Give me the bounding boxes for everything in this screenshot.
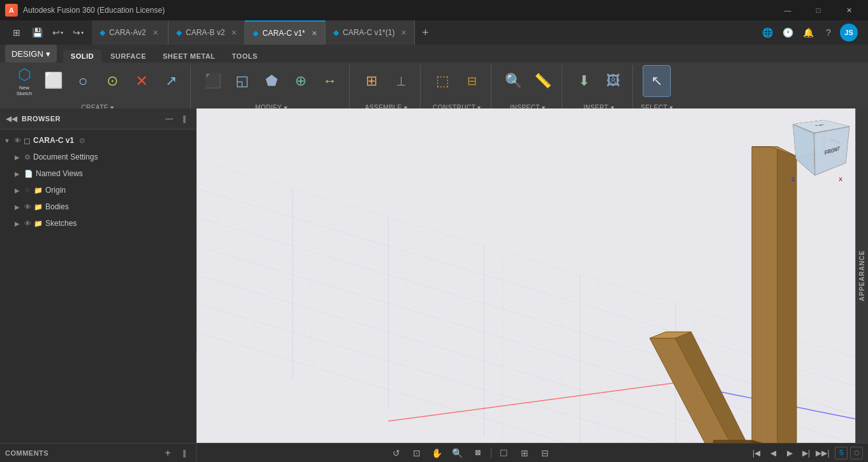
- close-button[interactable]: ✕: [835, 0, 863, 20]
- timeline-play-button[interactable]: ▶: [782, 446, 797, 460]
- tree-expander-named-views[interactable]: ▶: [13, 169, 22, 178]
- tree-expander-bodies[interactable]: ▶: [13, 202, 22, 211]
- appearance-label: APPEARANCE: [858, 250, 865, 301]
- browser-collapse-right-button[interactable]: ‖: [178, 112, 191, 125]
- create-sketch-button[interactable]: ⬡ New Sketch: [10, 65, 38, 97]
- undo-button[interactable]: ↩▾: [49, 24, 66, 41]
- tree-eye-origin[interactable]: 👁: [24, 186, 31, 194]
- fillet-button[interactable]: ◱: [228, 65, 256, 97]
- tab-cara-av2[interactable]: ◆ CARA-Av2 ✕: [92, 20, 168, 45]
- viewcube[interactable]: TOP FRONT RIGHT Z X: [791, 119, 849, 176]
- add-comment-button[interactable]: +: [161, 447, 174, 459]
- user-avatar[interactable]: JS: [840, 24, 858, 41]
- ribbon-tab-surface[interactable]: SURFACE: [103, 50, 154, 63]
- help-icon[interactable]: ?: [819, 24, 837, 41]
- offset-plane-button[interactable]: ⬚: [428, 65, 456, 97]
- select-group: ↖ SELECT ▾: [636, 65, 678, 111]
- extrude-button[interactable]: ⬜: [40, 65, 68, 97]
- online-status-icon[interactable]: 🌐: [758, 24, 776, 41]
- new-tab-button[interactable]: +: [415, 20, 435, 45]
- ribbon-tab-solid[interactable]: SOLID: [63, 50, 101, 63]
- tree-gear-doc-settings[interactable]: ⚙: [24, 153, 31, 161]
- viewcube-left[interactable]: [793, 124, 815, 175]
- ribbon-tab-sheet-metal[interactable]: SHEET METAL: [155, 50, 223, 63]
- select-button[interactable]: ↖: [643, 65, 671, 97]
- notification-icon[interactable]: 🔔: [799, 24, 817, 41]
- viewport-bottom-tools: ↺ ⊡ ✋ 🔍 ⊠ ☐ ⊞ ⊟: [197, 445, 744, 461]
- toolbar-top: ⊞ 💾 ↩▾ ↪▾ ◆ CARA-Av2 ✕ ◆ CARA-B v2 ✕ ◆ C…: [0, 20, 868, 45]
- tab-icon: ◆: [176, 28, 182, 37]
- chamfer-button[interactable]: ⬟: [257, 65, 285, 97]
- hole-button[interactable]: ⊙: [98, 65, 126, 97]
- create-group: ⬡ New Sketch ⬜ ○ ⊙ ✕ ↗: [5, 65, 191, 111]
- scale-button[interactable]: ↔: [316, 65, 344, 97]
- tree-eye-sketches[interactable]: 👁: [24, 220, 31, 227]
- design-workspace-button[interactable]: DESIGN ▾: [5, 45, 57, 63]
- job-status-icon[interactable]: 🕐: [779, 24, 797, 41]
- hole-icon: ⊙: [107, 73, 118, 89]
- timeline-end-button[interactable]: ▶▶|: [816, 446, 830, 460]
- grid-toggle-button[interactable]: ⊞: [516, 445, 534, 461]
- tree-item-root[interactable]: ▼ 👁 ◻ CARA-C v1 ⊙: [0, 132, 196, 149]
- tab-cara-bv2[interactable]: ◆ CARA-B v2 ✕: [168, 20, 245, 45]
- viewcube-front[interactable]: FRONT: [814, 126, 849, 175]
- assemble-group: ⊞ ⟂ ASSEMBLE ▾: [352, 65, 421, 111]
- press-pull-button[interactable]: ⬛: [198, 65, 227, 97]
- inspect-button[interactable]: 🔍: [499, 65, 527, 97]
- delete-button[interactable]: ✕: [128, 65, 156, 97]
- tab-cara-cv1-1[interactable]: ◆ CARA-C v1*(1) ✕: [326, 20, 415, 45]
- tab-icon: ◆: [253, 29, 258, 38]
- tree-expander-origin[interactable]: ▶: [13, 186, 22, 195]
- ribbon-tab-tools[interactable]: TOOLS: [224, 50, 265, 63]
- tree-expander-sketches[interactable]: ▶: [13, 219, 22, 228]
- timeline-start-button[interactable]: |◀: [749, 446, 763, 460]
- orbit-tool-button[interactable]: ↺: [387, 445, 405, 461]
- measure-button[interactable]: 📏: [528, 65, 557, 97]
- body-marker-icon: ⬡: [854, 449, 860, 456]
- tree-eye-bodies[interactable]: 👁: [24, 203, 31, 211]
- tab-close-icon[interactable]: ✕: [311, 29, 317, 38]
- visual-style-button[interactable]: ⊟: [536, 445, 554, 461]
- comments-collapse-button[interactable]: ‖: [178, 447, 191, 459]
- zoom-in-button[interactable]: 🔍: [449, 445, 467, 461]
- save-button[interactable]: 💾: [28, 24, 46, 41]
- display-settings-button[interactable]: ☐: [495, 445, 513, 461]
- construct-more-button[interactable]: ⊟: [458, 65, 486, 97]
- tab-close-icon[interactable]: ✕: [231, 29, 237, 37]
- zoom-fit-button[interactable]: ⊠: [469, 445, 487, 461]
- tree-item-named-views[interactable]: ▶ 📄 Named Views: [0, 165, 196, 182]
- create-more-button[interactable]: ↗: [157, 65, 185, 97]
- timeline-next-button[interactable]: ▶|: [799, 446, 813, 460]
- timeline-prev-button[interactable]: ◀: [766, 446, 780, 460]
- tree-item-bodies[interactable]: ▶ 👁 📁 Bodies: [0, 198, 196, 215]
- redo-button[interactable]: ↪▾: [69, 24, 87, 41]
- canvas-button[interactable]: 🖼: [599, 65, 627, 97]
- maximize-button[interactable]: □: [804, 0, 832, 20]
- tree-item-origin[interactable]: ▶ 👁 📁 Origin: [0, 182, 196, 198]
- tree-settings-root[interactable]: ⊙: [79, 137, 85, 145]
- combine-button[interactable]: ⊕: [287, 65, 315, 97]
- minimize-button[interactable]: —: [774, 0, 802, 20]
- joint-button[interactable]: ⟂: [387, 65, 415, 97]
- grid-menu-button[interactable]: ⊞: [8, 24, 26, 41]
- pan-tool-button[interactable]: ✋: [428, 445, 446, 461]
- inspect-group: 🔍 📏 INSPECT ▾: [494, 65, 562, 111]
- tree-item-sketches[interactable]: ▶ 👁 📁 Sketches: [0, 215, 196, 232]
- appearance-panel[interactable]: APPEARANCE: [855, 108, 868, 443]
- browser-minimize-button[interactable]: —: [163, 112, 176, 125]
- tab-close-icon[interactable]: ✕: [401, 29, 407, 37]
- tree-expander-doc-settings[interactable]: ▶: [13, 153, 22, 161]
- viewport[interactable]: TOP FRONT RIGHT Z X: [197, 108, 868, 443]
- browser-collapse-button[interactable]: ◀◀: [5, 112, 18, 125]
- insert-button[interactable]: ⬇: [570, 65, 598, 97]
- assemble-button[interactable]: ⊞: [357, 65, 385, 97]
- revolve-button[interactable]: ○: [69, 65, 97, 97]
- tree-expander-root[interactable]: ▼: [3, 136, 11, 145]
- insert-group: ⬇ 🖼 INSERT ▾: [565, 65, 633, 111]
- quick-access-toolbar: ⊞ 💾 ↩▾ ↪▾: [5, 24, 89, 41]
- tab-cara-cv1[interactable]: ◆ CARA-C v1* ✕: [245, 20, 326, 45]
- tree-eye-root[interactable]: 👁: [14, 137, 21, 144]
- tree-item-doc-settings[interactable]: ▶ ⚙ Document Settings: [0, 149, 196, 165]
- tab-close-icon[interactable]: ✕: [153, 29, 158, 37]
- look-at-button[interactable]: ⊡: [408, 445, 426, 461]
